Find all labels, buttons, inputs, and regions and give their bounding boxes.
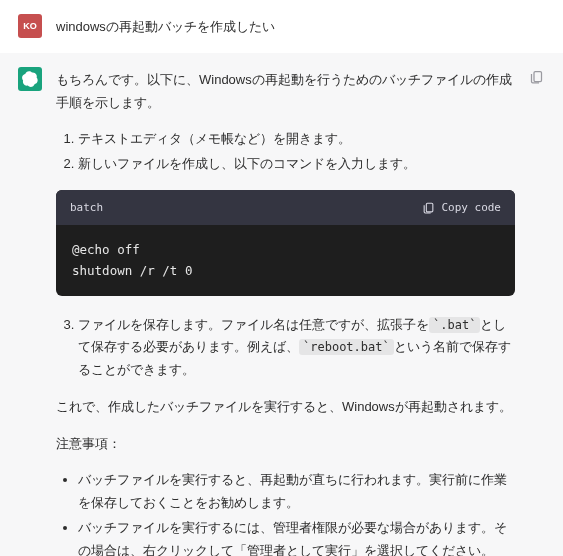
after-steps-paragraph: これで、作成したバッチファイルを実行すると、Windowsが再起動されます。 (56, 396, 515, 419)
code-content: @echo off shutdown /r /t 0 (56, 225, 515, 296)
intro-paragraph: もちろんです。以下に、Windowsの再起動を行うためのバッチファイルの作成手順… (56, 69, 515, 115)
note-1: バッチファイルを実行すると、再起動が直ちに行われます。実行前に作業を保存しておく… (78, 469, 515, 515)
step-1: テキストエディタ（メモ帳など）を開きます。 (78, 128, 515, 151)
code-block: batch Copy code @echo off shutdown /r /t… (56, 190, 515, 296)
notes-list: バッチファイルを実行すると、再起動が直ちに行われます。実行前に作業を保存しておく… (56, 469, 515, 556)
note-2: バッチファイルを実行するには、管理者権限が必要な場合があります。その場合は、右ク… (78, 517, 515, 556)
inline-code-ext: `.bat` (429, 317, 480, 333)
step-3: ファイルを保存します。ファイル名は任意ですが、拡張子を`.bat`として保存する… (78, 314, 515, 382)
copy-code-label: Copy code (441, 201, 501, 214)
steps-list-continued: ファイルを保存します。ファイル名は任意ですが、拡張子を`.bat`として保存する… (56, 314, 515, 382)
clipboard-icon (422, 201, 435, 214)
inline-code-filename: `reboot.bat` (299, 339, 394, 355)
assistant-message: もちろんです。以下に、Windowsの再起動を行うためのバッチファイルの作成手順… (0, 53, 563, 556)
code-language-label: batch (70, 198, 103, 217)
message-actions (529, 67, 545, 556)
svg-rect-0 (427, 203, 434, 212)
assistant-avatar (18, 67, 42, 91)
steps-list: テキストエディタ（メモ帳など）を開きます。 新しいファイルを作成し、以下のコマン… (56, 128, 515, 176)
step-2: 新しいファイルを作成し、以下のコマンドを入力します。 (78, 153, 515, 176)
copy-message-icon[interactable] (529, 69, 544, 84)
user-avatar: KO (18, 14, 42, 38)
code-header: batch Copy code (56, 190, 515, 225)
user-content: windowsの再起動バッチを作成したい (56, 14, 545, 39)
assistant-content: もちろんです。以下に、Windowsの再起動を行うためのバッチファイルの作成手順… (56, 67, 515, 556)
svg-rect-1 (534, 71, 542, 81)
user-message: KO windowsの再起動バッチを作成したい (0, 0, 563, 53)
notes-heading: 注意事項： (56, 433, 515, 456)
user-text: windowsの再起動バッチを作成したい (56, 19, 275, 34)
copy-code-button[interactable]: Copy code (422, 201, 501, 214)
